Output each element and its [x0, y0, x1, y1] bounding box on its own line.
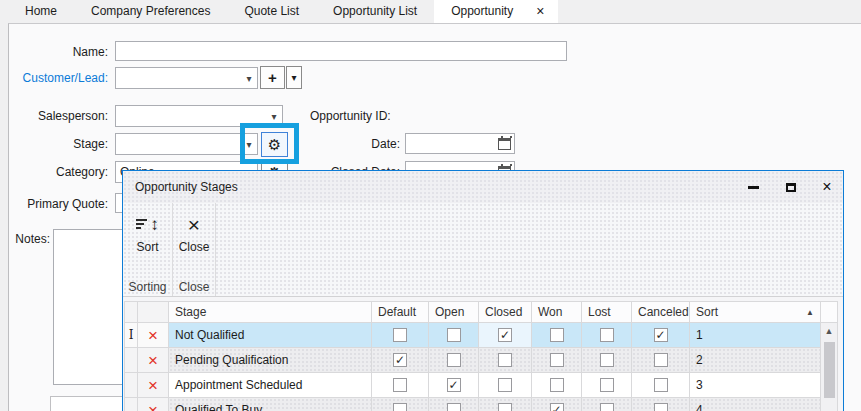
- date-label: Date:: [335, 137, 400, 151]
- open-checkbox[interactable]: [447, 403, 461, 411]
- lost-checkbox[interactable]: [600, 378, 614, 392]
- won-checkbox[interactable]: [550, 353, 564, 367]
- vertical-scrollbar[interactable]: ▲: [821, 301, 838, 411]
- open-checkbox[interactable]: [447, 328, 461, 342]
- tab-opportunity-list[interactable]: Opportunity List: [316, 0, 434, 23]
- default-cell: [372, 323, 429, 348]
- closed-cell: [479, 398, 532, 411]
- gear-icon: ⚙: [268, 137, 281, 152]
- sort-cell[interactable]: 3: [690, 373, 821, 398]
- table-row: ×Appointment Scheduled✓3: [124, 373, 821, 398]
- closed-checkbox[interactable]: [498, 403, 512, 411]
- salesperson-label: Salesperson:: [8, 109, 108, 123]
- open-cell: ✓: [429, 373, 479, 398]
- salesperson-combobox[interactable]: ▾: [115, 105, 283, 127]
- stage-settings-button[interactable]: ⚙: [261, 132, 288, 157]
- customer-lead-combobox[interactable]: ▾: [115, 67, 258, 89]
- delete-row-button[interactable]: ×: [138, 373, 169, 398]
- default-checkbox[interactable]: [393, 328, 407, 342]
- row-indicator-cell[interactable]: I: [124, 323, 138, 348]
- stage-cell[interactable]: Qualified To Buy: [169, 398, 372, 411]
- won-cell: [532, 323, 582, 348]
- canceled-checkbox[interactable]: [654, 353, 668, 367]
- column-header-sort[interactable]: Sort▲: [690, 301, 821, 323]
- sort-icon: ↕: [136, 210, 159, 238]
- column-header-label: Won: [532, 305, 568, 319]
- tab-opportunity[interactable]: Opportunity: [434, 0, 530, 23]
- ribbon-group-sorting: ↕ Sort Sorting: [123, 203, 173, 296]
- column-header-canceled[interactable]: Canceled: [632, 301, 690, 323]
- canceled-checkbox[interactable]: [654, 403, 668, 411]
- column-header-closed[interactable]: Closed: [479, 301, 532, 323]
- default-checkbox[interactable]: [393, 378, 407, 392]
- primary-quote-label: Primary Quote:: [8, 197, 108, 211]
- date-input[interactable]: [405, 133, 515, 154]
- table-row: I×Not Qualified✓✓1: [124, 323, 821, 348]
- column-header-label: Default: [372, 305, 422, 319]
- row-indicator-cell[interactable]: [124, 348, 138, 373]
- tab-company-preferences[interactable]: Company Preferences: [74, 0, 227, 23]
- calendar-icon[interactable]: [498, 138, 511, 150]
- tab-quote-list[interactable]: Quote List: [227, 0, 316, 23]
- delete-row-button[interactable]: ×: [138, 323, 169, 348]
- canceled-checkbox[interactable]: ✓: [654, 328, 668, 342]
- close-group-label: Close: [179, 279, 210, 296]
- minimize-button[interactable]: [741, 171, 765, 203]
- stage-cell[interactable]: Not Qualified: [169, 323, 372, 348]
- scrollbar-thumb[interactable]: [824, 342, 835, 398]
- lost-checkbox[interactable]: [600, 403, 614, 411]
- customer-split-dropdown-button[interactable]: ▾: [286, 66, 302, 89]
- add-customer-button[interactable]: +: [260, 66, 285, 89]
- sort-button-label: Sort: [136, 240, 158, 254]
- column-header-stage[interactable]: Stage: [169, 301, 372, 323]
- canceled-checkbox[interactable]: [654, 378, 668, 392]
- closed-checkbox[interactable]: [498, 378, 512, 392]
- column-header-label: Sort: [690, 305, 724, 319]
- open-checkbox[interactable]: ✓: [447, 378, 461, 392]
- closed-checkbox[interactable]: [498, 353, 512, 367]
- scroll-up-button[interactable]: ▲: [821, 323, 837, 339]
- column-header-won[interactable]: Won: [532, 301, 582, 323]
- stage-cell[interactable]: Pending Qualification: [169, 348, 372, 373]
- row-indicator-cell[interactable]: [124, 398, 138, 411]
- maximize-button[interactable]: [779, 171, 803, 203]
- close-window-button[interactable]: ×: [815, 171, 839, 203]
- open-cell: [429, 323, 479, 348]
- column-header-lost[interactable]: Lost: [582, 301, 632, 323]
- row-indicator-cell[interactable]: [124, 373, 138, 398]
- closed-checkbox[interactable]: ✓: [498, 328, 512, 342]
- closed-cell: ✓: [479, 323, 532, 348]
- stage-combobox[interactable]: ▾: [115, 133, 258, 155]
- name-input[interactable]: [115, 41, 567, 61]
- won-checkbox[interactable]: [550, 328, 564, 342]
- tab-close-button[interactable]: ×: [530, 0, 558, 23]
- dialog-title-bar[interactable]: Opportunity Stages ×: [123, 171, 843, 203]
- ribbon-toolbar: ↕ Sort Sorting × Close Close: [123, 203, 843, 297]
- column-header-default[interactable]: Default: [372, 301, 429, 323]
- maximize-icon: [786, 183, 796, 192]
- customer-lead-link-label[interactable]: Customer/Lead:: [8, 71, 108, 85]
- open-checkbox[interactable]: [447, 353, 461, 367]
- won-checkbox[interactable]: ✓: [550, 403, 564, 411]
- default-cell: [372, 398, 429, 411]
- delete-row-button[interactable]: ×: [138, 398, 169, 411]
- default-checkbox[interactable]: ✓: [393, 353, 407, 367]
- sort-cell[interactable]: 4: [690, 398, 821, 411]
- won-cell: ✓: [532, 398, 582, 411]
- tab-home[interactable]: Home: [8, 0, 74, 23]
- column-header-open[interactable]: Open: [429, 301, 479, 323]
- lost-checkbox[interactable]: [600, 353, 614, 367]
- tab-bar: HomeCompany PreferencesQuote ListOpportu…: [0, 0, 861, 23]
- canceled-cell: [632, 348, 690, 373]
- sort-cell[interactable]: 1: [690, 323, 821, 348]
- won-checkbox[interactable]: [550, 378, 564, 392]
- sort-button[interactable]: ↕ Sort: [123, 210, 172, 254]
- close-dialog-button[interactable]: × Close: [173, 210, 215, 254]
- delete-row-button[interactable]: ×: [138, 348, 169, 373]
- default-checkbox[interactable]: [393, 403, 407, 411]
- sort-cell[interactable]: 2: [690, 348, 821, 373]
- lost-checkbox[interactable]: [600, 328, 614, 342]
- opportunity-stages-dialog: Opportunity Stages × ↕ Sort Sorting ×: [122, 170, 844, 411]
- plus-icon: +: [268, 69, 277, 86]
- stage-cell[interactable]: Appointment Scheduled: [169, 373, 372, 398]
